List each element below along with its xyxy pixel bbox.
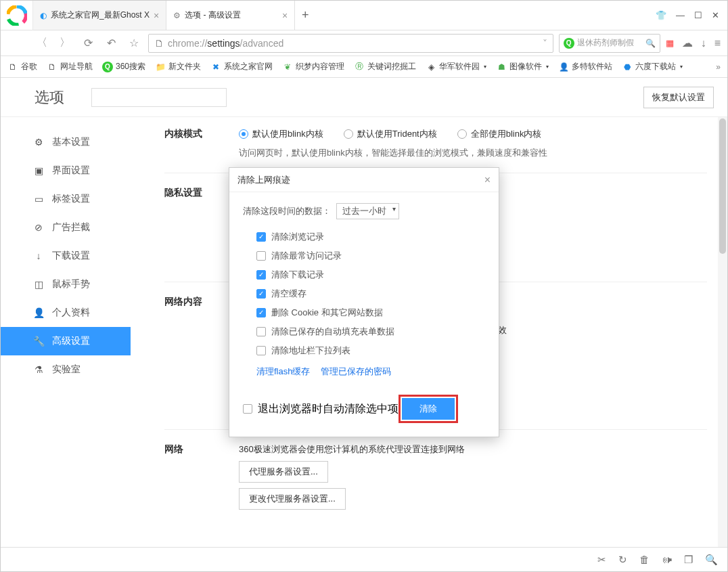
- bookmark-nav[interactable]: 🗋网址导航: [47, 61, 93, 72]
- menu-icon[interactable]: ≡: [714, 37, 721, 49]
- url-bar[interactable]: 🗋 chrome://settings/advanced ˅: [148, 34, 553, 53]
- close-window-icon[interactable]: ✕: [712, 10, 719, 20]
- bookmark-overflow[interactable]: »: [716, 62, 721, 72]
- gear-icon: ⚙: [173, 11, 181, 20]
- clear-option-3[interactable]: 清空缓存: [256, 284, 485, 303]
- clear-option-5[interactable]: 清除已保存的自动填充表单数据: [256, 322, 485, 341]
- bookmark-6dudown[interactable]: ⬣六度下载站▾: [622, 61, 683, 72]
- person-icon: 👤: [558, 62, 569, 72]
- bookmark-dedecms[interactable]: ❦织梦内容管理: [282, 61, 344, 72]
- new-tab-button[interactable]: +: [295, 1, 315, 30]
- clear-button[interactable]: 清除: [402, 398, 455, 420]
- bookmark-system[interactable]: ✖系统之家官网: [210, 61, 273, 72]
- refresh-icon[interactable]: ↻: [618, 554, 627, 566]
- clear-option-0[interactable]: 清除浏览记录: [256, 227, 485, 246]
- forward-button[interactable]: 〉: [56, 35, 74, 52]
- app-icon: ☗: [496, 62, 507, 72]
- bookmark-keyword[interactable]: Ⓡ关键词挖掘工: [354, 61, 416, 72]
- checkbox-icon: [256, 327, 266, 336]
- page-icon: 🗋: [154, 38, 164, 49]
- globe-icon: ◐: [40, 11, 47, 20]
- site-icon: ✖: [210, 62, 221, 72]
- bookmarks-bar: 🗋谷歌 🗋网址导航 Q360搜索 📁新文件夹 ✖系统之家官网 ❦织梦内容管理 Ⓡ…: [1, 56, 727, 78]
- close-icon[interactable]: ×: [282, 10, 288, 21]
- tab-settings[interactable]: ⚙ 选项 - 高级设置 ×: [166, 1, 295, 30]
- copy-icon[interactable]: ❐: [684, 554, 693, 566]
- checkbox-icon: [243, 404, 252, 414]
- option-label: 清除最常访问记录: [271, 250, 342, 262]
- scissors-icon[interactable]: ✂: [597, 554, 606, 566]
- app-logo[interactable]: [1, 1, 33, 30]
- maximize-icon[interactable]: ☐: [694, 10, 702, 20]
- bookmark-image[interactable]: ☗图像软件▾: [496, 61, 549, 72]
- time-range-select[interactable]: 过去一小时: [336, 203, 399, 219]
- bookmark-folder[interactable]: 📁新文件夹: [155, 61, 201, 72]
- close-icon[interactable]: ×: [484, 174, 491, 186]
- cloud-icon[interactable]: ☁: [682, 37, 693, 49]
- star-button[interactable]: ☆: [125, 35, 143, 52]
- dialog-title: 清除上网痕迹: [237, 174, 290, 186]
- dialog-header: 清除上网痕迹 ×: [229, 168, 499, 192]
- search-engine-icon: Q: [564, 38, 574, 49]
- tab-title: 系统之家官网_最新Ghost X: [51, 9, 150, 21]
- option-label: 清除已保存的自动填充表单数据: [271, 326, 394, 338]
- minimize-icon[interactable]: —: [676, 10, 685, 20]
- close-icon[interactable]: ×: [154, 10, 159, 21]
- clear-options-list: 清除浏览记录清除最常访问记录清除下载记录清空缓存删除 Cookie 和其它网站数…: [256, 227, 485, 360]
- clear-option-6[interactable]: 清除地址栏下拉列表: [256, 341, 485, 360]
- q-icon: Q: [102, 62, 113, 72]
- bookmark-huajun[interactable]: ◈华军软件园▾: [426, 61, 486, 72]
- checkbox-icon: [256, 308, 266, 317]
- checkbox-icon: [256, 270, 266, 280]
- back-button[interactable]: 〈: [33, 35, 51, 52]
- clear-option-4[interactable]: 删除 Cookie 和其它网站数据: [256, 303, 485, 322]
- r-icon: Ⓡ: [354, 62, 365, 72]
- browser-logo-icon: [7, 5, 27, 26]
- tab-system-home[interactable]: ◐ 系统之家官网_最新Ghost X ×: [33, 1, 166, 30]
- site-icon: ⬣: [622, 62, 633, 72]
- bookmark-360[interactable]: Q360搜索: [102, 61, 145, 72]
- checkbox-icon: [256, 232, 266, 242]
- home-button[interactable]: ↶: [102, 35, 120, 52]
- tab-title: 选项 - 高级设置: [185, 9, 241, 21]
- chevron-down-icon[interactable]: ˅: [543, 38, 547, 49]
- manage-passwords-link[interactable]: 管理已保存的密码: [321, 366, 391, 376]
- navbar: 〈 〉 ⟳ ↶ ☆ 🗋 chrome://settings/advanced ˅…: [1, 30, 727, 56]
- titlebar: ◐ 系统之家官网_最新Ghost X × ⚙ 选项 - 高级设置 × + 👕 —…: [1, 1, 727, 30]
- checkbox-icon: [256, 346, 266, 355]
- bookmark-google[interactable]: 🗋谷歌: [7, 61, 37, 72]
- clear-flash-link[interactable]: 清理flash缓存: [256, 366, 310, 376]
- option-label: 清除下载记录: [271, 269, 324, 281]
- folder-icon: 📁: [155, 62, 166, 72]
- dialog-overlay: 清除上网痕迹 × 清除这段时间的数据： 过去一小时 清除浏览记录清除最常访问记录…: [1, 78, 727, 547]
- grid-icon[interactable]: ▦: [666, 38, 674, 48]
- page-icon: 🗋: [7, 62, 18, 72]
- shield-icon: ◈: [426, 62, 436, 72]
- option-label: 清空缓存: [271, 288, 306, 300]
- option-label: 删除 Cookie 和其它网站数据: [271, 307, 383, 319]
- clear-option-2[interactable]: 清除下载记录: [256, 265, 485, 284]
- search-icon[interactable]: 🔍: [705, 554, 718, 566]
- auto-clear-checkbox[interactable]: 退出浏览器时自动清除选中项: [243, 399, 399, 420]
- page-icon: 🗋: [47, 62, 58, 72]
- statusbar: ✂ ↻ 🗑 🕪 ❐ 🔍: [1, 547, 727, 571]
- checkbox-icon: [256, 289, 266, 299]
- clear-option-1[interactable]: 清除最常访问记录: [256, 246, 485, 265]
- time-range-row: 清除这段时间的数据： 过去一小时: [243, 203, 485, 219]
- links-row: 清理flash缓存 管理已保存的密码: [256, 366, 485, 378]
- highlight-box: 清除: [399, 395, 458, 423]
- window-controls: 👕 — ☐ ✕: [647, 1, 727, 30]
- sound-icon[interactable]: 🕪: [662, 554, 672, 565]
- nav-right: ▦ ☁ ↓ ≡: [666, 37, 721, 49]
- search-box[interactable]: Q 退休药剂师制假 🔍: [559, 34, 660, 53]
- option-label: 清除地址栏下拉列表: [271, 345, 350, 357]
- leaf-icon: ❦: [282, 62, 293, 72]
- search-icon[interactable]: 🔍: [645, 39, 656, 48]
- bookmark-duote[interactable]: 👤多特软件站: [558, 61, 612, 72]
- trash-icon[interactable]: 🗑: [639, 554, 650, 565]
- dialog-footer: 退出浏览器时自动清除选中项 清除: [229, 384, 499, 437]
- reload-button[interactable]: ⟳: [79, 35, 97, 52]
- search-placeholder: 退休药剂师制假: [577, 37, 634, 49]
- skin-icon[interactable]: 👕: [656, 10, 666, 20]
- download-icon[interactable]: ↓: [701, 37, 706, 49]
